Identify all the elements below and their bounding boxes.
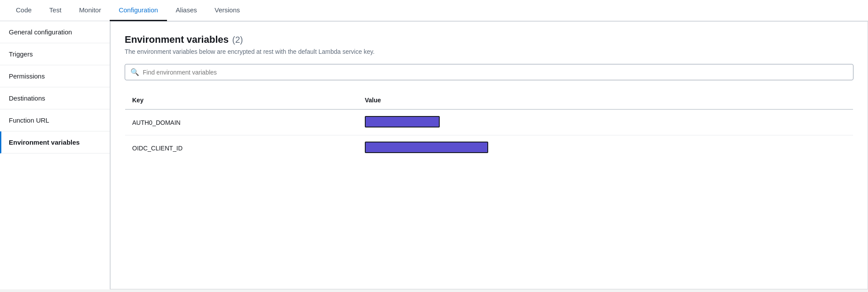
search-input[interactable] (143, 69, 848, 76)
content-panel: Environment variables (2) The environmen… (110, 21, 868, 289)
search-icon: 🔍 (130, 68, 139, 76)
env-value-auth0-domain (358, 109, 853, 135)
tab-aliases[interactable]: Aliases (167, 0, 206, 21)
sidebar-item-destinations[interactable]: Destinations (0, 87, 110, 109)
main-layout: General configuration Triggers Permissio… (0, 21, 868, 289)
redacted-value-oidc-client-id (365, 142, 488, 153)
tab-versions[interactable]: Versions (206, 0, 249, 21)
search-bar: 🔍 (125, 64, 853, 80)
redacted-value-auth0-domain (365, 116, 440, 127)
env-variables-table: Key Value AUTH0_DOMAIN OIDC_CLIENT_ID (125, 91, 853, 161)
tab-code[interactable]: Code (7, 0, 41, 21)
env-key-auth0-domain: AUTH0_DOMAIN (125, 109, 358, 135)
section-title-text: Environment variables (125, 34, 229, 45)
sidebar-item-triggers[interactable]: Triggers (0, 43, 110, 65)
tab-monitor[interactable]: Monitor (70, 0, 110, 21)
table-row: OIDC_CLIENT_ID (125, 135, 853, 161)
env-value-oidc-client-id (358, 135, 853, 161)
section-title: Environment variables (2) (125, 34, 853, 45)
sidebar-item-permissions[interactable]: Permissions (0, 65, 110, 87)
table-header-row: Key Value (125, 91, 853, 110)
section-description: The environment variables below are encr… (125, 48, 853, 55)
tab-bar: Code Test Monitor Configuration Aliases … (0, 0, 868, 21)
env-key-oidc-client-id: OIDC_CLIENT_ID (125, 135, 358, 161)
col-header-value: Value (358, 91, 853, 110)
section-count: (2) (232, 35, 243, 45)
tab-test[interactable]: Test (41, 0, 70, 21)
col-header-key: Key (125, 91, 358, 110)
sidebar: General configuration Triggers Permissio… (0, 21, 110, 289)
table-row: AUTH0_DOMAIN (125, 109, 853, 135)
tab-configuration[interactable]: Configuration (110, 0, 167, 21)
sidebar-item-function-url[interactable]: Function URL (0, 109, 110, 131)
sidebar-item-environment-variables[interactable]: Environment variables (0, 131, 110, 153)
sidebar-item-general-configuration[interactable]: General configuration (0, 21, 110, 43)
